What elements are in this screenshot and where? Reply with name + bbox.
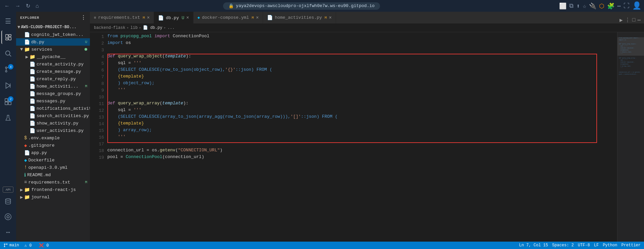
file-label: db.py bbox=[31, 40, 44, 45]
tab-modified: M bbox=[252, 16, 254, 20]
code-editor[interactable]: 1 2 3 4 5 6 7 8 9 10 11 12 13 14 15 16 1 bbox=[90, 32, 644, 242]
tab-home-activities[interactable]: 📄 home_activities.py M × bbox=[263, 12, 336, 23]
activity-api[interactable]: API bbox=[3, 187, 13, 193]
tab-close-icon[interactable]: × bbox=[147, 15, 150, 20]
share-icon[interactable]: ⬆ bbox=[576, 2, 580, 10]
activity-explorer[interactable] bbox=[1, 31, 15, 44]
py-icon: 📄 bbox=[267, 15, 273, 20]
puzzle-icon[interactable]: 🧩 bbox=[607, 2, 614, 10]
file-messages[interactable]: 📄 messages.py bbox=[16, 97, 90, 105]
file-gitignore[interactable]: ◆ .gitignore bbox=[16, 142, 90, 149]
activity-menu[interactable]: ☰ bbox=[1, 14, 15, 28]
layout-icon[interactable]: □ bbox=[632, 17, 636, 23]
tab-label: docker-compose.yml bbox=[202, 15, 249, 20]
svg-point-4 bbox=[6, 51, 10, 55]
git-branch[interactable]: main bbox=[3, 243, 19, 248]
back-button[interactable]: ← bbox=[3, 2, 11, 10]
code-line-5: sql = ''' bbox=[107, 60, 617, 67]
activity-extensions[interactable]: 2 bbox=[1, 95, 15, 108]
encoding[interactable]: UTF-8 bbox=[578, 243, 590, 248]
code-text: ) array_row); bbox=[107, 128, 617, 134]
file-dockerfile[interactable]: ◆ Dockerfile bbox=[16, 156, 90, 164]
file-label: search_activities.py bbox=[37, 113, 89, 118]
language[interactable]: Python bbox=[603, 243, 617, 248]
activity-source-control[interactable]: 4 bbox=[1, 63, 15, 76]
code-text: {template} bbox=[107, 121, 617, 128]
file-env-example[interactable]: $ .env.example bbox=[16, 134, 90, 142]
file-db-py[interactable]: 📄 db.py U bbox=[16, 38, 90, 46]
home-button[interactable]: ⌂ bbox=[34, 2, 41, 10]
file-label: home_activiti... bbox=[37, 84, 78, 89]
activity-ellipsis[interactable]: ⋯ bbox=[1, 226, 15, 239]
play-button[interactable]: ▶ bbox=[620, 17, 623, 23]
tab-modified: M bbox=[143, 16, 145, 20]
txt-file-icon: ≡ bbox=[24, 180, 27, 185]
tab-close-icon[interactable]: × bbox=[256, 15, 259, 20]
spaces[interactable]: Spaces: 2 bbox=[552, 243, 574, 248]
breadcrumb-symbol[interactable]: ... bbox=[167, 26, 175, 30]
errors-warnings[interactable]: ⚠ 0 ❌ 0 bbox=[24, 243, 49, 248]
tab-icon[interactable]: ⧉ bbox=[569, 3, 574, 9]
activity-database[interactable] bbox=[1, 195, 15, 208]
py-file-icon: 📄 bbox=[30, 128, 35, 134]
file-openapi[interactable]: ! openapi-3.0.yml bbox=[16, 164, 90, 171]
breadcrumb-lib[interactable]: lib bbox=[130, 26, 138, 30]
url-bar[interactable]: 🔒 yaya2devops-awscloudpro-ojxlfwh0e7w.ws… bbox=[223, 2, 380, 10]
breadcrumb-backend[interactable]: backend-flask bbox=[94, 26, 125, 30]
folder-icon: 📁 bbox=[24, 187, 30, 193]
tab-db-py[interactable]: 📄 db.py U × bbox=[154, 12, 193, 23]
file-home-activities[interactable]: 📄 home_activiti... M bbox=[16, 83, 90, 90]
formatter[interactable]: Prettier bbox=[621, 243, 641, 248]
activity-search[interactable] bbox=[1, 47, 15, 60]
tab-close-icon[interactable]: × bbox=[329, 15, 331, 20]
chevron-right-icon: ▶ bbox=[20, 194, 23, 200]
extension-icon[interactable]: 🔌 bbox=[589, 2, 596, 10]
screen-icon[interactable]: ⬜ bbox=[559, 2, 567, 10]
refresh-button[interactable]: ↻ bbox=[24, 2, 32, 10]
activity-flask[interactable] bbox=[1, 111, 15, 125]
bookmark-icon[interactable]: ☆ bbox=[583, 2, 586, 10]
split-editor-icon[interactable]: ⋮ bbox=[625, 17, 630, 23]
activity-bar: ☰ 4 2 API ⋯ bbox=[0, 12, 16, 242]
forward-button[interactable]: → bbox=[13, 2, 22, 10]
expand-icon[interactable]: ⛶ bbox=[624, 2, 630, 9]
code-line-17 bbox=[107, 141, 617, 148]
folder-frontend[interactable]: ▶ 📁 frontend-react-js bbox=[16, 186, 90, 193]
file-create-reply[interactable]: 📄 create_reply.py bbox=[16, 75, 90, 83]
file-create-activity[interactable]: 📄 create_activity.py bbox=[16, 60, 90, 68]
activity-run[interactable] bbox=[1, 79, 15, 92]
py-file-icon: 📄 bbox=[30, 106, 35, 111]
line-col[interactable]: Ln 7, Col 15 bbox=[519, 243, 548, 248]
breadcrumb-file[interactable]: 📄 db.py bbox=[143, 25, 162, 30]
file-create-message[interactable]: 📄 create_message.py bbox=[16, 68, 90, 75]
file-notifications[interactable]: 📄 notifications_activit... bbox=[16, 105, 90, 112]
line-ending[interactable]: LF bbox=[594, 243, 599, 248]
file-readme[interactable]: ℹ README.md bbox=[16, 171, 90, 179]
file-cognito[interactable]: 📄 cognito_jwt_token... bbox=[16, 31, 90, 38]
project-root[interactable]: ▼ AWS-CLOUD-PROJECT-BO... bbox=[16, 23, 90, 31]
tab-close-icon[interactable]: × bbox=[186, 15, 189, 20]
extensions-badge: 2 bbox=[8, 96, 13, 102]
file-requirements[interactable]: ≡ requirements.txt M bbox=[16, 179, 90, 186]
info-icon: ℹ bbox=[24, 172, 26, 178]
url-bar-container: 🔒 yaya2devops-awscloudpro-ojxlfwh0e7w.ws… bbox=[44, 2, 559, 10]
file-show-activity[interactable]: 📄 show_activity.py bbox=[16, 119, 90, 127]
folder-services[interactable]: ▼ 📁 services bbox=[16, 46, 90, 53]
folder-journal[interactable]: ▶ 📁 journal bbox=[16, 193, 90, 201]
new-file-icon[interactable]: ⋮ bbox=[81, 14, 86, 21]
file-user-activities[interactable]: 📄 user_activities.py bbox=[16, 127, 90, 134]
gitpod-icon[interactable]: ⬡ bbox=[599, 2, 604, 10]
file-search-activities[interactable]: 📄 search_activities.py bbox=[16, 112, 90, 119]
svg-marker-9 bbox=[6, 83, 10, 89]
folder-pycache[interactable]: ▶ 📁 __pycache__ bbox=[16, 53, 90, 60]
activity-git[interactable] bbox=[1, 210, 15, 223]
file-message-groups[interactable]: 📄 message_groups.py bbox=[16, 90, 90, 97]
more-actions-icon[interactable]: ⋯ bbox=[637, 17, 641, 23]
file-label: create_activity.py bbox=[37, 62, 84, 67]
file-app-py[interactable]: 📄 app.py bbox=[16, 149, 90, 156]
code-line-16: ''' bbox=[107, 134, 617, 141]
tab-requirements[interactable]: ≡ requirements.txt M × bbox=[90, 12, 154, 23]
profile-icon[interactable]: 👤 bbox=[632, 1, 641, 10]
tab-docker-compose[interactable]: ◆ docker-compose.yml M × bbox=[194, 12, 263, 23]
menu-dots[interactable]: ⋯ bbox=[617, 2, 621, 10]
